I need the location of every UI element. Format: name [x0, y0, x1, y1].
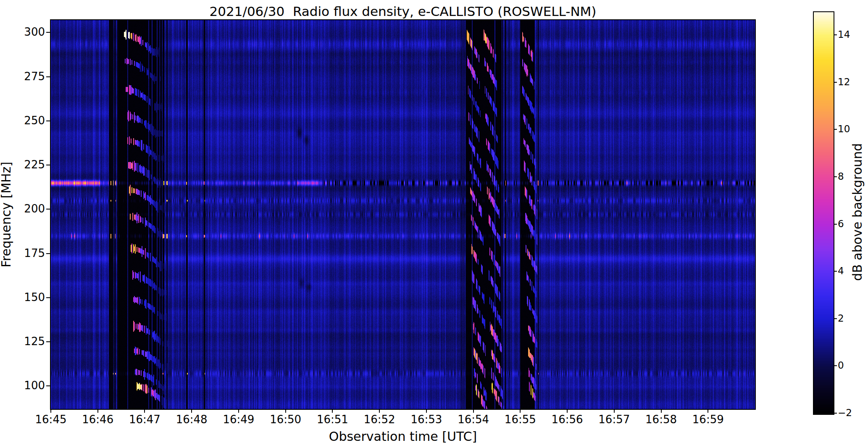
colorbar-tickmark	[834, 365, 837, 366]
x-tickmark	[238, 409, 239, 413]
colorbar-tickmark	[834, 224, 837, 225]
y-tickmark	[46, 76, 50, 77]
spectrogram-canvas	[51, 20, 755, 409]
x-tick-label: 16:52	[364, 413, 395, 426]
colorbar-tickmark	[834, 413, 837, 414]
y-tick-label: 300	[0, 26, 45, 38]
colorbar-tick-label: 14	[838, 29, 850, 40]
y-tickmark	[46, 297, 50, 298]
y-tickmark	[46, 253, 50, 254]
colorbar	[813, 11, 834, 415]
x-tick-label: 16:47	[129, 413, 160, 426]
x-tickmark	[708, 409, 708, 413]
chart-title: 2021/06/30 Radio flux density, e-CALLIST…	[210, 4, 597, 18]
x-tickmark	[50, 409, 51, 413]
colorbar-tick-label: −2	[838, 407, 852, 418]
colorbar-tickmark	[834, 318, 837, 319]
x-tick-label: 16:45	[35, 413, 67, 426]
x-tickmark	[332, 409, 333, 413]
y-tickmark	[46, 121, 50, 121]
x-tickmark	[144, 409, 145, 413]
colorbar-tick-label: 4	[838, 265, 844, 276]
x-tick-label: 16:50	[270, 413, 301, 426]
y-tickmark	[46, 341, 50, 342]
x-tick-label: 16:56	[552, 413, 583, 426]
colorbar-tick-label: 8	[838, 171, 844, 182]
colorbar-tickmark	[834, 129, 837, 130]
x-tickmark	[285, 409, 286, 413]
x-tick-label: 16:57	[598, 413, 630, 426]
x-tick-label: 16:49	[223, 413, 254, 426]
colorbar-tick-label: 10	[838, 123, 850, 134]
x-tickmark	[520, 409, 521, 413]
x-tick-label: 16:46	[82, 413, 113, 426]
x-axis-label: Observation time [UTC]	[329, 429, 477, 444]
y-tickmark	[46, 165, 50, 165]
y-tick-label: 100	[0, 379, 45, 392]
x-tickmark	[614, 409, 615, 413]
colorbar-tick-label: 0	[838, 360, 844, 371]
colorbar-tick-label: 12	[838, 76, 850, 87]
y-axis-label: Frequency [MHz]	[0, 162, 13, 267]
colorbar-tickmark	[834, 82, 837, 83]
colorbar-tick-label: 2	[838, 313, 844, 324]
x-tickmark	[379, 409, 380, 413]
y-tick-label: 150	[0, 291, 45, 304]
x-tick-label: 16:51	[317, 413, 348, 426]
colorbar-gradient	[814, 12, 834, 414]
x-tick-label: 16:48	[176, 413, 208, 426]
x-tickmark	[661, 409, 662, 413]
y-tick-label: 275	[0, 70, 45, 83]
x-tick-label: 16:54	[458, 413, 489, 426]
colorbar-tickmark	[834, 34, 837, 35]
colorbar-label: dB above background	[850, 143, 865, 281]
x-tick-label: 16:55	[505, 413, 536, 426]
x-tickmark	[473, 409, 474, 413]
y-tickmark	[46, 32, 50, 33]
y-tickmark	[46, 385, 50, 386]
x-tick-label: 16:59	[692, 413, 724, 426]
x-tickmark	[426, 409, 427, 413]
y-tick-label: 250	[0, 114, 45, 127]
x-tick-label: 16:58	[645, 413, 677, 426]
x-tick-label: 16:53	[410, 413, 442, 426]
plot-area	[50, 19, 756, 410]
y-tick-label: 125	[0, 335, 45, 348]
colorbar-tickmark	[834, 176, 837, 177]
y-tickmark	[46, 209, 50, 210]
x-tickmark	[97, 409, 98, 413]
x-tickmark	[567, 409, 568, 413]
x-tickmark	[191, 409, 192, 413]
colorbar-tick-label: 6	[838, 218, 844, 229]
spectrogram-figure: 2021/06/30 Radio flux density, e-CALLIST…	[0, 0, 868, 448]
colorbar-tickmark	[834, 271, 837, 272]
